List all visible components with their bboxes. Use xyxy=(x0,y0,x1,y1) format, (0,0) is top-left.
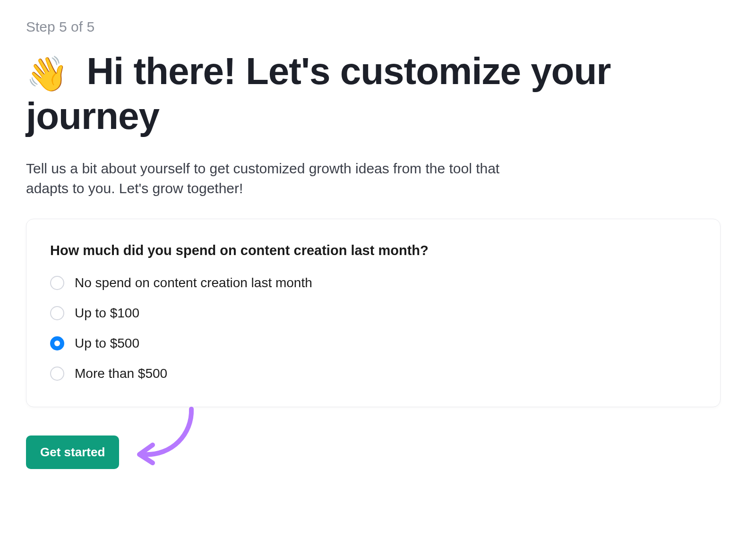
page-title: 👋 Hi there! Let's customize your journey xyxy=(26,49,730,139)
annotation-arrow-icon xyxy=(135,405,215,471)
footer-area: Get started xyxy=(26,435,730,469)
option-no-spend[interactable]: No spend on content creation last month xyxy=(50,275,696,290)
radio-icon xyxy=(50,306,64,320)
question-text: How much did you spend on content creati… xyxy=(50,243,696,258)
radio-icon xyxy=(50,367,64,381)
radio-icon xyxy=(50,276,64,290)
option-more-than-500[interactable]: More than $500 xyxy=(50,366,696,381)
get-started-button[interactable]: Get started xyxy=(26,435,119,469)
radio-icon xyxy=(50,336,64,350)
option-label: Up to $500 xyxy=(75,336,139,351)
options-group: No spend on content creation last month … xyxy=(50,275,696,381)
step-indicator: Step 5 of 5 xyxy=(26,19,730,35)
page-subtitle: Tell us a bit about yourself to get cust… xyxy=(26,159,522,199)
option-label: No spend on content creation last month xyxy=(75,275,312,290)
option-up-to-100[interactable]: Up to $100 xyxy=(50,306,696,321)
page-title-text: Hi there! Let's customize your journey xyxy=(26,50,610,137)
option-label: More than $500 xyxy=(75,366,167,381)
option-up-to-500[interactable]: Up to $500 xyxy=(50,336,696,351)
option-label: Up to $100 xyxy=(75,306,139,321)
waving-hand-icon: 👋 xyxy=(26,55,68,93)
question-card: How much did you spend on content creati… xyxy=(26,219,721,407)
